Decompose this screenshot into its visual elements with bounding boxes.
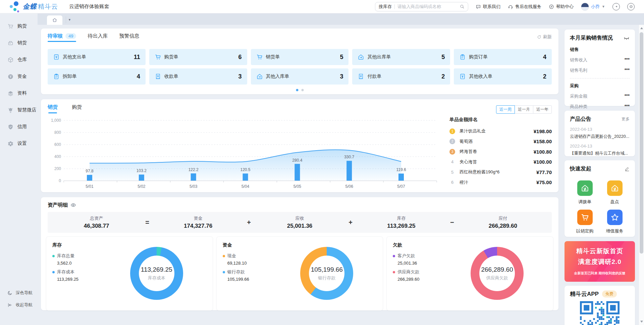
scrollbar-thumb[interactable] — [640, 32, 643, 254]
tab-sales[interactable]: 销货 — [48, 104, 58, 113]
banner-line-1: 精斗云新版首页 — [565, 247, 635, 256]
bill-card-other-income[interactable]: 其他收入单2 — [454, 68, 552, 85]
back-button[interactable] — [612, 3, 620, 10]
carousel-dot-1[interactable] — [296, 89, 298, 91]
sidebar-item-funds[interactable]: 资金 — [0, 68, 38, 85]
refresh-button[interactable]: 刷新 — [537, 34, 552, 40]
ranking-row[interactable]: 2葡萄酒¥158.00 — [449, 137, 552, 147]
quick-purchase-by-sales[interactable]: 以销定购 — [570, 210, 600, 234]
range-week-button[interactable]: 近一周 — [496, 105, 515, 114]
ranking-row[interactable]: 5西红柿意粉酱190g*6¥77.70 — [449, 167, 552, 177]
tab-pending-approval[interactable]: 待审核 49 — [48, 33, 76, 42]
app-download-card: 精斗云APP 免费 — [565, 286, 635, 325]
funds-section: 资金 现金 69,128.10 银行存款 105,199.66 105,199.… — [217, 237, 383, 310]
dark-nav-toggle[interactable]: 深色导航 — [0, 288, 38, 298]
eye-off-icon[interactable] — [624, 35, 630, 41]
app-qr-code — [580, 301, 620, 325]
receipt-icon — [358, 73, 364, 80]
after-sales-service-link[interactable]: 售后在线服务 — [508, 4, 541, 10]
help-center-link[interactable]: 帮助中心 — [549, 4, 574, 10]
carousel-dot-2[interactable] — [301, 89, 304, 91]
tab-pending-inout[interactable]: 待出入库 — [88, 33, 108, 42]
cart-icon — [155, 54, 161, 60]
bill-card-other-inbound[interactable]: 其他入库单3 — [251, 68, 349, 85]
contact-us-link[interactable]: 联系我们 — [476, 4, 500, 10]
sidebar-item-warehouse[interactable]: 仓库 — [0, 51, 38, 68]
receivable-figure: 应收25,001.36 — [280, 215, 320, 229]
svg-text:5/04: 5/04 — [241, 184, 250, 189]
search-input[interactable] — [397, 4, 460, 9]
collapse-nav-toggle[interactable]: 收起导航 — [0, 300, 38, 310]
scroll-up-arrow[interactable] — [640, 27, 643, 29]
inventory-search-box[interactable]: 搜库存 — [375, 2, 468, 11]
headset-icon — [508, 4, 513, 9]
ranking-row[interactable]: 4夹心海苔¥100.00 — [449, 157, 552, 167]
more-link[interactable]: 更多 — [622, 116, 630, 122]
gold-medal-icon: 1 — [449, 128, 455, 134]
doc-yen-icon — [53, 54, 60, 60]
range-year-button[interactable]: 近一年 — [533, 105, 552, 114]
bill-card-purchase-order[interactable]: 购货单6 — [149, 49, 247, 65]
announcement-link[interactable]: 云进销存产品更新公告_20220... — [570, 134, 630, 140]
logo-dots-icon — [9, 1, 21, 12]
sidebar-item-purchase[interactable]: 购货 — [0, 18, 38, 35]
bill-card-purchase-request[interactable]: 购货订单4 — [454, 49, 552, 65]
announcement-link[interactable]: 【重要通知】精斗云工作台域... — [570, 151, 630, 156]
quick-stocktake[interactable]: 盘点 — [600, 180, 630, 205]
tab-dropdown-button[interactable]: ▼ — [66, 16, 73, 23]
search-icon[interactable] — [460, 4, 465, 9]
bill-card-sales-order[interactable]: 销货单5 — [251, 49, 349, 65]
left-sidebar: 购货 销货 仓库 资金 资料 智慧微店 信用 设置 深色导航 收起导航 — [0, 13, 38, 325]
svg-text:600: 600 — [54, 142, 61, 147]
back-arrow-icon — [614, 4, 619, 9]
vertical-scrollbar — [639, 25, 644, 325]
sales-group-label: 销售 — [570, 47, 630, 53]
bill-card-other-expense[interactable]: 其他支出单11 — [48, 49, 146, 65]
user-menu[interactable]: 小乔 ▼ — [581, 3, 605, 11]
total-assets-figure: 总资产46,308.77 — [76, 215, 117, 229]
logout-button[interactable] — [627, 3, 635, 10]
sidebar-item-smart-store[interactable]: 智慧微店 — [0, 102, 38, 118]
top-header: 金蝶 精斗云 云进销存体验账套 搜库存 联系我们 售后在线服务 帮助中心 — [0, 0, 644, 13]
brand-logo[interactable]: 金蝶 精斗云 — [9, 1, 60, 12]
home-tab[interactable] — [47, 15, 62, 25]
star-icon — [607, 210, 623, 225]
sidebar-item-settings[interactable]: 设置 — [0, 135, 38, 152]
ranking-row[interactable]: 1果汁饮品礼盒¥198.00 — [449, 126, 552, 137]
quick-transfer-order[interactable]: 调拨单 — [570, 180, 600, 205]
quick-launch-title: 快速发起 — [570, 165, 591, 172]
svg-text:5/06: 5/06 — [345, 184, 353, 189]
edit-pencil-icon[interactable] — [625, 166, 630, 171]
sidebar-item-data[interactable]: 资料 — [0, 85, 38, 102]
tab-warning-info[interactable]: 预警信息 — [119, 33, 139, 42]
svg-text:200: 200 — [54, 166, 61, 171]
product-amount-ranking: 单品金额排名 1果汁饮品礼盒¥198.00 2葡萄酒¥158.00 3烤海苔卷¥… — [449, 117, 552, 187]
search-scope-label[interactable]: 搜库存 — [379, 4, 392, 10]
bill-card-receipt[interactable]: 收款单3 — [149, 68, 247, 85]
ranking-row[interactable]: 3烤海苔卷¥100.80 — [449, 147, 552, 157]
pending-tabs: 待审核 49 待出入库 预警信息 — [48, 33, 139, 42]
layers-icon — [7, 90, 14, 97]
eye-icon[interactable] — [70, 202, 76, 208]
bill-card-disassembly[interactable]: 拆卸单4 — [48, 68, 146, 85]
svg-text:800: 800 — [54, 130, 61, 135]
power-icon — [629, 4, 633, 9]
scroll-down-arrow[interactable] — [640, 321, 643, 323]
ranking-row[interactable]: 6橙汁¥75.00 — [449, 177, 552, 188]
sidebar-item-sales[interactable]: 销货 — [0, 35, 38, 51]
sales-trend-card: 销货 购货 近一周 近一月 近一年 02004006008001,00097.8… — [41, 99, 558, 192]
legend-dot — [393, 255, 395, 257]
tab-purchase[interactable]: 购货 — [72, 104, 82, 113]
survey-banner[interactable]: 精斗云新版首页 满意度调研2.0 全新首页已到来 期待收到您的反馈 — [565, 241, 635, 282]
bill-card-other-outbound[interactable]: 其他出库单5 — [352, 49, 450, 65]
bill-card-payment[interactable]: 付款单2 — [352, 68, 450, 85]
quick-value-added-services[interactable]: 增值服务 — [600, 210, 630, 234]
section-title: 欠款 — [393, 242, 547, 248]
svg-text:0: 0 — [59, 178, 61, 183]
logo-text-secondary: 精斗云 — [38, 2, 58, 11]
payable-figure: 应付266,289.60 — [483, 215, 523, 229]
cart-icon — [256, 54, 263, 60]
sidebar-item-credit[interactable]: 信用 — [0, 118, 38, 135]
rank-number: 5 — [449, 170, 455, 175]
range-month-button[interactable]: 近一月 — [515, 105, 533, 114]
